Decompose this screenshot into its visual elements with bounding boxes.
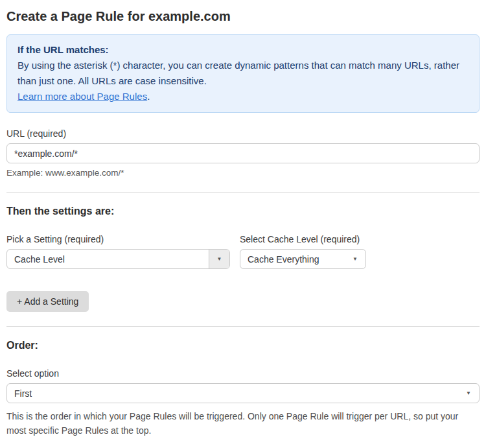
page-title: Create a Page Rule for example.com bbox=[6, 9, 480, 24]
pick-setting-arrow-button[interactable]: ▼ bbox=[209, 250, 229, 268]
url-input[interactable] bbox=[6, 143, 480, 163]
order-help-text: This is the order in which your Page Rul… bbox=[6, 409, 480, 438]
chevron-down-icon: ▼ bbox=[466, 391, 471, 396]
pick-setting-value: Cache Level bbox=[7, 254, 209, 265]
order-select-label: Select option bbox=[6, 368, 480, 379]
order-section-heading: Order: bbox=[6, 340, 480, 351]
chevron-down-icon: ▼ bbox=[353, 257, 358, 262]
divider bbox=[6, 326, 480, 327]
info-box-body: By using the asterisk (*) character, you… bbox=[17, 58, 469, 89]
url-example-text: Example: www.example.com/* bbox=[6, 168, 480, 178]
pick-setting-label: Pick a Setting (required) bbox=[6, 234, 230, 244]
info-box-link-line: Learn more about Page Rules. bbox=[17, 89, 469, 104]
pick-setting-select[interactable]: Cache Level ▼ bbox=[6, 249, 230, 269]
order-select-arrow: ▼ bbox=[466, 391, 479, 396]
order-select-value: First bbox=[7, 388, 466, 399]
cache-level-arrow: ▼ bbox=[353, 257, 365, 262]
cache-level-select[interactable]: Cache Everything ▼ bbox=[240, 249, 366, 269]
divider bbox=[6, 192, 480, 193]
link-suffix: . bbox=[147, 91, 150, 102]
url-field-label: URL (required) bbox=[6, 128, 480, 139]
info-box-heading: If the URL matches: bbox=[17, 42, 469, 58]
learn-more-link[interactable]: Learn more about Page Rules bbox=[17, 91, 147, 102]
cache-level-value: Cache Everything bbox=[240, 254, 353, 265]
order-select[interactable]: First ▼ bbox=[6, 383, 480, 403]
chevron-down-icon: ▼ bbox=[217, 257, 222, 262]
cache-level-label: Select Cache Level (required) bbox=[240, 234, 366, 244]
settings-section-heading: Then the settings are: bbox=[6, 206, 480, 217]
add-setting-button[interactable]: + Add a Setting bbox=[6, 291, 89, 312]
url-match-info-box: If the URL matches: By using the asteris… bbox=[6, 34, 480, 113]
